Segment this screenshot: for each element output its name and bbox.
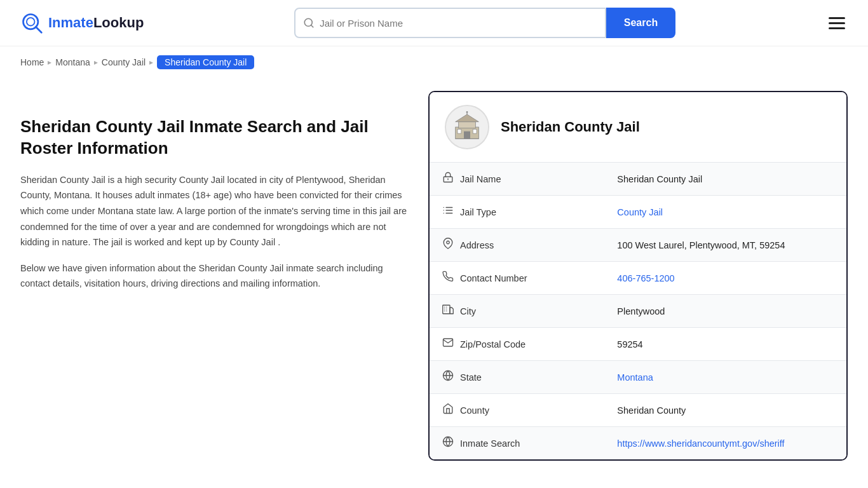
page-title: Sheridan County Jail Inmate Search and J… bbox=[20, 116, 408, 159]
logo-link[interactable]: InmateLookup bbox=[20, 11, 144, 34]
table-row: Contact Number406-765-1200 bbox=[430, 262, 846, 295]
search-input[interactable] bbox=[320, 18, 597, 29]
table-row: StateMontana bbox=[430, 361, 846, 394]
chevron-icon-1: ▸ bbox=[48, 58, 51, 67]
table-row: CityPlentywood bbox=[430, 295, 846, 328]
breadcrumb-county-jail[interactable]: County Jail bbox=[102, 57, 146, 67]
jail-icon bbox=[442, 172, 454, 186]
list-icon bbox=[442, 205, 454, 219]
location-icon bbox=[442, 238, 454, 252]
table-row: Zip/Postal Code59254 bbox=[430, 328, 846, 361]
table-value-cell[interactable]: Montana bbox=[604, 361, 846, 394]
label-text: Inmate Search bbox=[460, 438, 520, 449]
svg-point-22 bbox=[447, 241, 450, 244]
breadcrumb-active: Sheridan County Jail bbox=[157, 55, 254, 69]
chevron-icon-2: ▸ bbox=[94, 58, 98, 67]
table-label-cell: Jail Type bbox=[430, 196, 569, 228]
table-value-link[interactable]: https://www.sheridancountymt.gov/sheriff bbox=[617, 438, 784, 449]
globe-icon bbox=[442, 370, 454, 384]
table-row: Address100 West Laurel, Plentywood, MT, … bbox=[430, 229, 846, 262]
table-label-cell: State bbox=[430, 361, 569, 393]
table-value-cell: Sheridan County bbox=[604, 394, 846, 427]
svg-rect-6 bbox=[459, 122, 476, 128]
search-button[interactable]: Search bbox=[606, 8, 675, 38]
label-text: Jail Name bbox=[460, 174, 501, 184]
svg-marker-7 bbox=[456, 114, 479, 122]
svg-rect-10 bbox=[473, 129, 477, 133]
svg-line-4 bbox=[311, 25, 313, 27]
table-value-link[interactable]: County Jail bbox=[617, 207, 663, 217]
table-label-cell: Contact Number bbox=[430, 262, 569, 294]
table-label-cell: Jail Name bbox=[430, 163, 569, 195]
table-row: CountySheridan County bbox=[430, 394, 846, 427]
info-table: Jail NameSheridan County JailJail TypeCo… bbox=[430, 163, 846, 459]
main-content: Sheridan County Jail Inmate Search and J… bbox=[0, 78, 868, 486]
hamburger-line-1 bbox=[829, 17, 845, 19]
logo-icon bbox=[20, 11, 43, 34]
table-label-cell: Inmate Search bbox=[430, 427, 569, 459]
svg-rect-23 bbox=[443, 305, 450, 314]
mail-icon bbox=[442, 337, 454, 351]
table-label-cell: City bbox=[430, 295, 569, 327]
table-row: Jail TypeCounty Jail bbox=[430, 196, 846, 229]
table-value-cell: 100 West Laurel, Plentywood, MT, 59254 bbox=[604, 229, 846, 262]
svg-rect-8 bbox=[464, 132, 470, 139]
breadcrumb-montana[interactable]: Montana bbox=[55, 57, 90, 67]
table-label-cell: County bbox=[430, 394, 569, 426]
card-header: Sheridan County Jail bbox=[430, 92, 846, 163]
card-title: Sheridan County Jail bbox=[501, 119, 640, 135]
label-text: Jail Type bbox=[460, 207, 496, 217]
hamburger-menu[interactable] bbox=[826, 15, 848, 32]
table-label-cell: Zip/Postal Code bbox=[430, 328, 569, 360]
label-text: Address bbox=[460, 240, 494, 250]
info-card: Sheridan County Jail Jail NameSheridan C… bbox=[428, 91, 848, 461]
table-value-cell[interactable]: https://www.sheridancountymt.gov/sheriff bbox=[604, 427, 846, 460]
svg-point-12 bbox=[466, 111, 468, 113]
jail-thumbnail bbox=[445, 105, 489, 149]
phone-icon bbox=[442, 271, 454, 285]
table-value-cell[interactable]: County Jail bbox=[604, 196, 846, 229]
hamburger-line-2 bbox=[829, 22, 845, 24]
county-icon bbox=[442, 403, 454, 417]
breadcrumb: Home ▸ Montana ▸ County Jail ▸ Sheridan … bbox=[0, 46, 868, 78]
search-icon bbox=[303, 17, 315, 29]
description-para-1: Sheridan County Jail is a high security … bbox=[20, 172, 408, 250]
label-text: City bbox=[460, 306, 476, 316]
table-value-cell: 59254 bbox=[604, 328, 846, 361]
search-wrapper bbox=[294, 8, 606, 38]
table-value-cell: Sheridan County Jail bbox=[604, 163, 846, 196]
site-header: InmateLookup Search bbox=[0, 0, 868, 46]
table-value-link[interactable]: Montana bbox=[617, 372, 653, 383]
svg-rect-9 bbox=[458, 129, 461, 133]
table-row: Inmate Searchhttps://www.sheridancountym… bbox=[430, 427, 846, 460]
table-label-cell: Address bbox=[430, 229, 569, 261]
left-panel: Sheridan County Jail Inmate Search and J… bbox=[20, 78, 408, 461]
svg-line-1 bbox=[36, 27, 41, 32]
search-area: Search bbox=[294, 8, 675, 38]
table-value-cell[interactable]: 406-765-1200 bbox=[604, 262, 846, 295]
label-text: Zip/Postal Code bbox=[460, 339, 526, 349]
description-para-2: Below we have given information about th… bbox=[20, 261, 408, 292]
logo-text: InmateLookup bbox=[48, 15, 144, 31]
jail-building-icon bbox=[451, 111, 483, 143]
label-text: Contact Number bbox=[460, 273, 527, 283]
hamburger-line-3 bbox=[829, 27, 845, 29]
table-value-cell: Plentywood bbox=[604, 295, 846, 328]
table-value-link[interactable]: 406-765-1200 bbox=[617, 273, 674, 283]
right-panel: Sheridan County Jail Jail NameSheridan C… bbox=[428, 78, 848, 461]
chevron-icon-3: ▸ bbox=[149, 58, 153, 67]
search-globe-icon bbox=[442, 436, 454, 451]
breadcrumb-home[interactable]: Home bbox=[20, 57, 44, 67]
label-text: County bbox=[460, 405, 489, 416]
table-row: Jail NameSheridan County Jail bbox=[430, 163, 846, 196]
city-icon bbox=[442, 304, 454, 318]
label-text: State bbox=[460, 372, 482, 383]
svg-point-2 bbox=[27, 18, 35, 26]
